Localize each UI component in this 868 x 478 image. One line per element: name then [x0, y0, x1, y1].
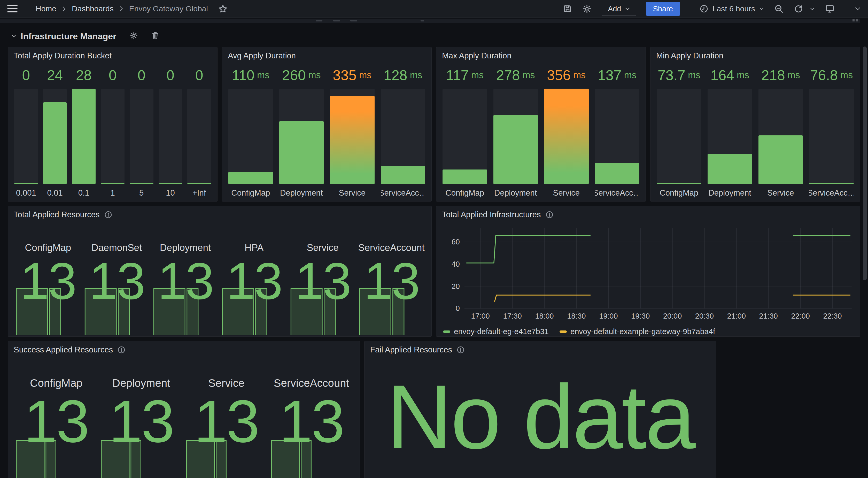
- panel-title: Total Applied Resources: [14, 210, 100, 219]
- bar-column: 218msService: [758, 65, 803, 198]
- panel-title-bar[interactable]: Max Apply Duration: [442, 50, 640, 61]
- chevron-down-icon: [10, 34, 17, 38]
- share-button[interactable]: Share: [646, 2, 680, 16]
- stat-cell: Deployment13: [99, 356, 184, 478]
- add-button[interactable]: Add: [602, 2, 636, 16]
- x-axis-label: 22:00: [791, 312, 810, 320]
- bar-fill: [187, 183, 211, 184]
- panel-title-bar[interactable]: Min Apply Duration: [656, 50, 854, 61]
- row-settings-gear-icon[interactable]: [130, 32, 138, 41]
- save-dashboard-icon[interactable]: [563, 4, 572, 13]
- bar-fill: [159, 183, 182, 184]
- panel-title-bar[interactable]: Total Apply Duration Bucket: [14, 50, 212, 61]
- kiosk-mode-icon[interactable]: [825, 4, 835, 13]
- chevron-right-icon: [61, 5, 67, 12]
- panel-total-applied-infrastructures: Total Applied Infrastructures 17:0017:30…: [436, 206, 860, 337]
- bar-category-label: 0.01: [43, 184, 67, 198]
- stat-cell: DaemonSet13: [83, 221, 151, 335]
- clipped-content: [350, 20, 357, 22]
- panel-avg-apply-duration: Avg Apply Duration 110msConfigMap260msDe…: [222, 47, 432, 202]
- row-delete-trash-icon[interactable]: [151, 32, 159, 41]
- clipped-content: [316, 20, 322, 22]
- bar-column: 137msServiceAcc…: [595, 65, 640, 198]
- stat-label: HPA: [220, 242, 288, 253]
- stat-cell: ConfigMap13: [14, 221, 83, 335]
- bar-fill: [809, 183, 854, 184]
- bar-track: [809, 89, 854, 184]
- bar-value: 0: [159, 65, 182, 85]
- stat-value: 13: [220, 255, 288, 307]
- panel-title: Min Apply Duration: [656, 51, 723, 60]
- bar-fill: [330, 96, 375, 184]
- breadcrumb-dashboards[interactable]: Dashboards: [72, 4, 114, 13]
- bar-column: 335msService: [330, 65, 375, 198]
- bar-category-label: 0.1: [72, 184, 96, 198]
- panel-title-bar[interactable]: Avg Apply Duration: [228, 50, 426, 61]
- info-icon[interactable]: [457, 346, 464, 354]
- bar-fill: [130, 183, 153, 184]
- bar-column: 05: [130, 65, 153, 198]
- breadcrumb-home[interactable]: Home: [36, 4, 56, 13]
- bar-category-label: Service: [330, 184, 375, 198]
- bar-fill: [442, 170, 487, 184]
- zoom-out-time-icon[interactable]: [774, 4, 783, 13]
- stat-value: 13: [151, 255, 220, 307]
- panel-title: Total Applied Infrastructures: [442, 210, 541, 219]
- row-header-infrastructure-manager[interactable]: Infrastructure Manager: [10, 29, 159, 43]
- bar-column: 356msService: [544, 65, 589, 198]
- bar-fill: [279, 121, 324, 184]
- info-icon[interactable]: [546, 211, 553, 218]
- bar-column: 01: [101, 65, 125, 198]
- panel-fail-applied-resources: Fail Applied Resources No data: [364, 341, 716, 478]
- bar-fill: [708, 154, 752, 184]
- refresh-icon[interactable]: [794, 4, 803, 13]
- menu-icon[interactable]: [7, 5, 18, 12]
- chevron-right-icon: [119, 5, 124, 12]
- bar-value: 164ms: [708, 65, 752, 85]
- bar-column: 76.8msServiceAcc…: [809, 65, 854, 198]
- collapse-navbar-chevron-icon[interactable]: [855, 7, 861, 11]
- bar-track: [758, 89, 803, 184]
- bar-track: [279, 89, 324, 184]
- panel-title-bar[interactable]: Total Applied Infrastructures: [442, 209, 854, 220]
- star-icon[interactable]: [218, 4, 227, 13]
- refresh-interval-chevron-icon[interactable]: [810, 7, 814, 10]
- bar-fill: [595, 163, 640, 184]
- bar-category-label: Deployment: [493, 184, 538, 198]
- y-axis-label: 0: [456, 304, 460, 312]
- bar-column: 240.01: [43, 65, 67, 198]
- info-icon[interactable]: [104, 211, 112, 218]
- stat-cell: ConfigMap13: [14, 356, 99, 478]
- bar-column: 164msDeployment: [708, 65, 752, 198]
- bar-column: 110msConfigMap: [228, 65, 273, 198]
- info-icon[interactable]: [118, 346, 125, 354]
- clipped-content: [421, 20, 424, 22]
- stat-cell: Deployment13: [151, 221, 220, 335]
- breadcrumb-current: Envoy Gateway Global: [129, 4, 208, 13]
- bar-value: 260ms: [279, 65, 324, 85]
- bar-category-label: Service: [758, 184, 803, 198]
- legend-item[interactable]: envoy-default-eg-e41e7b31: [443, 327, 549, 336]
- bar-track: [187, 89, 211, 184]
- panel-title-bar[interactable]: Total Applied Resources: [14, 209, 426, 220]
- top-nav-bar: Home Dashboards Envoy Gateway Global Add…: [0, 0, 868, 18]
- stat-cell: Service13: [184, 356, 269, 478]
- panel-title-bar[interactable]: Success Applied Resources: [14, 345, 354, 355]
- bar-column: 73.7msConfigMap: [657, 65, 702, 198]
- page-scrollbar[interactable]: [863, 47, 867, 280]
- stat-grid: ConfigMap13Deployment13Service13ServiceA…: [14, 356, 354, 478]
- bar-track: [442, 89, 487, 184]
- time-range-picker[interactable]: Last 6 hours: [700, 4, 764, 13]
- stat-value: 13: [14, 391, 99, 452]
- y-axis-label: 40: [452, 260, 460, 268]
- stat-value: 13: [288, 255, 357, 307]
- dashboard-settings-icon[interactable]: [582, 4, 592, 13]
- x-axis-label: 17:00: [471, 312, 490, 320]
- bar-value: 28: [72, 65, 96, 85]
- bar-category-label: Service: [544, 184, 589, 198]
- bar-category-label: ServiceAcc…: [809, 184, 854, 198]
- panel-title-bar[interactable]: Fail Applied Resources: [370, 345, 710, 355]
- bar-track: [708, 89, 752, 184]
- legend-item[interactable]: envoy-default-example-gateway-9b7aba4f: [560, 327, 715, 336]
- bar-value: 137ms: [595, 65, 640, 85]
